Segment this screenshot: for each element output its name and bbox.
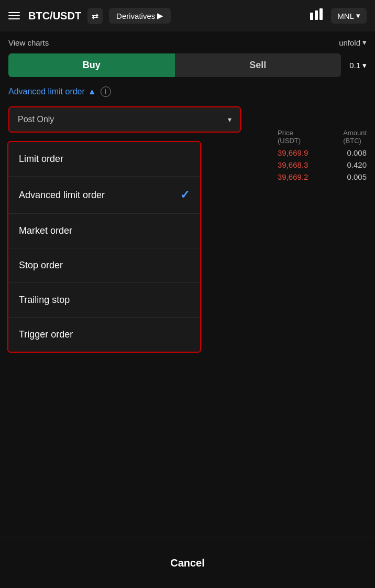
order-menu-item-trailing-stop[interactable]: Trailing stop <box>8 283 200 318</box>
svg-rect-0 <box>310 13 313 20</box>
order-menu-item-trigger[interactable]: Trigger order <box>8 318 200 352</box>
ob-price-3: 39,669.2 <box>278 172 308 181</box>
info-icon[interactable]: i <box>101 86 111 97</box>
order-menu-item-stop[interactable]: Stop order <box>8 248 200 283</box>
advanced-limit-order-button[interactable]: Advanced limit order ▲ <box>8 87 96 96</box>
ob-row-1: 39,669.9 0.008 <box>278 147 367 159</box>
ob-amount-header: Amount(BTC) <box>343 129 367 145</box>
order-menu-item-market[interactable]: Market order <box>8 214 200 248</box>
sell-tab[interactable]: Sell <box>175 53 341 77</box>
ob-amount-3: 0.005 <box>347 172 367 181</box>
trigger-order-label: Trigger order <box>19 329 73 340</box>
post-only-arrow: ▾ <box>228 115 231 124</box>
market-order-label: Market order <box>19 225 72 236</box>
cancel-button[interactable]: Cancel <box>8 549 367 578</box>
ob-price-header: Price(USDT) <box>278 129 301 145</box>
ob-price-2: 39,668.3 <box>278 160 308 169</box>
buy-tab[interactable]: Buy <box>8 53 175 77</box>
post-only-dropdown[interactable]: Post Only ▾ <box>8 106 241 133</box>
view-charts-row: View charts unfold ▾ <box>0 31 375 53</box>
mnl-button[interactable]: MNL ▾ <box>331 8 367 24</box>
buy-sell-tabs: Buy Sell <box>8 53 341 77</box>
trailing-stop-label: Trailing stop <box>19 295 70 306</box>
ob-amount-2: 0.420 <box>347 160 367 169</box>
post-only-label: Post Only <box>18 115 54 124</box>
cancel-section: Cancel <box>0 538 375 588</box>
svg-rect-1 <box>315 10 318 20</box>
advanced-limit-order-label: Advanced limit order <box>8 87 85 96</box>
ob-amount-1: 0.008 <box>347 148 367 157</box>
stop-order-label: Stop order <box>19 260 63 271</box>
view-charts-label[interactable]: View charts <box>8 38 49 47</box>
order-menu-item-limit[interactable]: Limit order <box>8 142 200 177</box>
order-menu-item-advanced-limit[interactable]: Advanced limit order ✓ <box>8 177 200 214</box>
ob-price-1: 39,669.9 <box>278 148 308 157</box>
svg-rect-2 <box>319 8 323 20</box>
menu-icon[interactable] <box>8 12 20 19</box>
unfold-button[interactable]: unfold ▾ <box>339 38 367 47</box>
chart-icon[interactable] <box>310 8 325 23</box>
order-type-row: Advanced limit order ▲ i <box>0 81 375 102</box>
top-navigation: BTC/USDT ⇄ Derivatives ▶ MNL ▾ <box>0 0 375 31</box>
order-type-arrow: ▲ <box>88 87 96 96</box>
advanced-limit-order-menu-label: Advanced limit order <box>19 190 105 201</box>
ob-row-2: 39,668.3 0.420 <box>278 159 367 171</box>
order-amount-value: 0.1 <box>349 61 360 70</box>
order-amount-selector[interactable]: 0.1 ▾ <box>349 61 367 70</box>
trading-pair-label: BTC/USDT <box>28 10 81 22</box>
order-amount-arrow: ▾ <box>362 61 367 70</box>
order-type-menu: Limit order Advanced limit order ✓ Marke… <box>7 141 201 353</box>
swap-button[interactable]: ⇄ <box>87 8 103 24</box>
buy-sell-section: Buy Sell 0.1 ▾ <box>0 53 375 77</box>
order-book-mini: Price(USDT) Amount(BTC) 39,669.9 0.008 3… <box>278 127 367 183</box>
limit-order-label: Limit order <box>19 154 63 165</box>
derivatives-button[interactable]: Derivatives ▶ <box>109 8 171 24</box>
advanced-limit-checkmark: ✓ <box>180 188 190 202</box>
ob-row-3: 39,669.2 0.005 <box>278 171 367 183</box>
